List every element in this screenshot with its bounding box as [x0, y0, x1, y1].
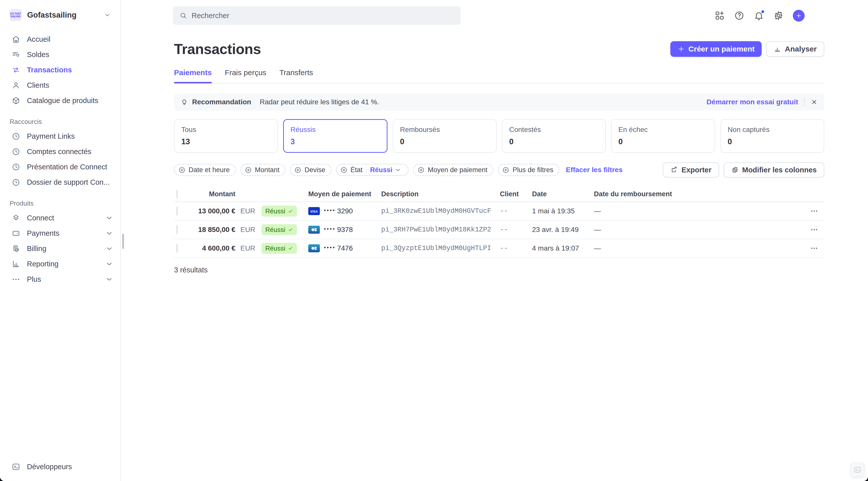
topbar-icon-button[interactable]: [773, 10, 784, 21]
start-trial-link[interactable]: Démarrer mon essai gratuit: [707, 98, 798, 106]
sidebar-shortcut-item[interactable]: Dossier de support Con...: [0, 175, 120, 190]
table-row[interactable]: 18 850,00 € EUR Réussi ••••: [174, 221, 824, 239]
cell-status: Réussi: [258, 205, 308, 217]
status-badge: Réussi: [261, 205, 297, 217]
banner-badge: Recommandation: [192, 98, 251, 106]
table-row[interactable]: 4 600,00 € EUR Réussi ••••: [174, 239, 824, 258]
topbar-icon-button[interactable]: [734, 10, 745, 21]
developers-label: Développeurs: [27, 463, 72, 471]
plus-icon: [795, 12, 802, 19]
sidebar-shortcut-item[interactable]: Comptes connectés: [0, 144, 120, 159]
status-card[interactable]: Remboursés 0: [393, 119, 497, 153]
table-toolbar-actions: Exporter Modifier les colonnes: [663, 162, 824, 178]
sidebar-product-item[interactable]: Payments: [0, 226, 120, 241]
status-card[interactable]: Tous 13: [174, 119, 278, 153]
column-header-payment-method: Moyen de paiement: [308, 190, 381, 198]
ellipsis-icon[interactable]: [810, 226, 818, 234]
clear-filters-link[interactable]: Effacer les filtres: [566, 166, 623, 174]
filter-chip[interactable]: Moyen de paiement: [413, 164, 493, 176]
cell-amount: 18 850,00 €: [192, 226, 235, 234]
chevron-down-icon: [105, 229, 114, 238]
filter-chip[interactable]: État Réussi: [336, 164, 409, 176]
status-card-value: 13: [181, 137, 277, 146]
sidebar-item-developers[interactable]: Développeurs: [0, 459, 120, 475]
select-all-checkbox[interactable]: [177, 190, 178, 198]
tab-label: Paiements: [174, 68, 212, 77]
chevron-down-icon: [105, 260, 114, 268]
sidebar-item-label: Soldes: [27, 51, 49, 59]
check-icon: [288, 209, 293, 214]
results-count: 3 résultats: [174, 266, 824, 274]
status-card[interactable]: En échec 0: [611, 119, 715, 153]
topbar-icon-button[interactable]: [753, 10, 764, 21]
column-header-amount: Montant: [192, 190, 235, 198]
analyze-button[interactable]: Analyser: [766, 41, 824, 57]
check-icon: [288, 246, 293, 251]
column-header-refund-date: Date du remboursement: [594, 190, 797, 198]
product-catalog-icon: [11, 96, 20, 105]
filter-chip-label: Montant: [255, 166, 280, 174]
tab[interactable]: Paiements: [174, 68, 212, 83]
ellipsis-icon[interactable]: [810, 244, 818, 252]
cell-date: 1 mai à 19:35: [532, 207, 594, 215]
ellipsis-icon[interactable]: [810, 207, 818, 215]
sidebar-item[interactable]: Clients: [0, 78, 120, 93]
row-checkbox[interactable]: [177, 206, 178, 215]
brand-logo-line1: GO FAST: [10, 12, 21, 15]
cell-refund-date: —: [594, 226, 797, 234]
export-button[interactable]: Exporter: [663, 162, 719, 178]
status-card[interactable]: Non capturés 0: [720, 119, 824, 153]
status-card-label: Remboursés: [400, 126, 496, 134]
sidebar-shortcut-item[interactable]: Payment Links: [0, 129, 120, 144]
sidebar-nav: Accueil Soldes Transactions Clients: [0, 32, 120, 108]
plus-circle-icon: [294, 166, 302, 174]
sidebar-product-item[interactable]: Billing: [0, 241, 120, 256]
tab-bar: Paiements Frais perçus Transferts: [174, 68, 824, 84]
sidebar-item[interactable]: Catalogue de produits: [0, 93, 120, 108]
sidebar-product-label: Plus: [27, 275, 41, 284]
terminal-icon: [854, 466, 862, 474]
sidebar-shortcut-item[interactable]: Présentation de Connect: [0, 159, 120, 175]
tab[interactable]: Transferts: [279, 68, 313, 83]
status-card[interactable]: Contestés 0: [502, 119, 606, 153]
notification-dot: [761, 9, 765, 14]
main-area: Transactions Créer un paiement Analyser: [121, 0, 868, 481]
create-payment-button[interactable]: Créer un paiement: [670, 41, 762, 57]
cell-payment-method: •••• 7476: [308, 244, 381, 252]
filter-chip[interactable]: Devise: [290, 164, 332, 176]
sidebar-product-item[interactable]: Plus: [0, 272, 120, 287]
status-card-value: 0: [728, 137, 824, 146]
search-input[interactable]: [192, 11, 454, 20]
filter-chip[interactable]: Plus de filtres: [498, 164, 559, 176]
sidebar-shortcut-label: Dossier de support Con...: [27, 178, 110, 187]
sidebar-item-label: Accueil: [27, 35, 51, 43]
sidebar-item[interactable]: Transactions: [0, 62, 120, 78]
column-header-date: Date: [532, 190, 594, 198]
sidebar-scrollbar-thumb[interactable]: [122, 234, 124, 249]
column-header-client: Client: [500, 190, 532, 198]
filter-chip[interactable]: Montant: [240, 164, 286, 176]
search-bar[interactable]: [173, 6, 461, 25]
sidebar-item[interactable]: Accueil: [0, 32, 120, 47]
row-checkbox[interactable]: [177, 225, 178, 234]
status-card[interactable]: Réussis 3: [283, 119, 387, 153]
tab[interactable]: Frais perçus: [225, 68, 266, 83]
sidebar-item[interactable]: Soldes: [0, 47, 120, 62]
table-row[interactable]: 13 000,00 € EUR Réussi VISA ••••: [174, 202, 824, 221]
close-icon[interactable]: [811, 98, 818, 105]
edit-columns-button[interactable]: Modifier les colonnes: [724, 162, 825, 178]
quick-create-button[interactable]: [793, 10, 805, 22]
sidebar-product-item[interactable]: Reporting: [0, 256, 120, 272]
developer-console-button[interactable]: [850, 462, 865, 477]
sidebar-product-item[interactable]: Connect: [0, 210, 120, 226]
account-switcher[interactable]: GO FAST SAILING Gofastsailing: [9, 9, 111, 21]
table-body: 13 000,00 € EUR Réussi VISA ••••: [174, 202, 824, 258]
topbar-icon-button[interactable]: [714, 10, 725, 21]
recommendation-banner: Recommandation Radar peut réduire les li…: [174, 94, 824, 110]
row-checkbox[interactable]: [177, 244, 178, 253]
x-circle-icon: [340, 166, 347, 174]
sidebar-product-label: Billing: [27, 245, 46, 253]
filter-chip[interactable]: Date et heure: [174, 164, 236, 176]
status-card-value: 3: [290, 137, 386, 146]
status-card-label: Tous: [181, 126, 277, 134]
